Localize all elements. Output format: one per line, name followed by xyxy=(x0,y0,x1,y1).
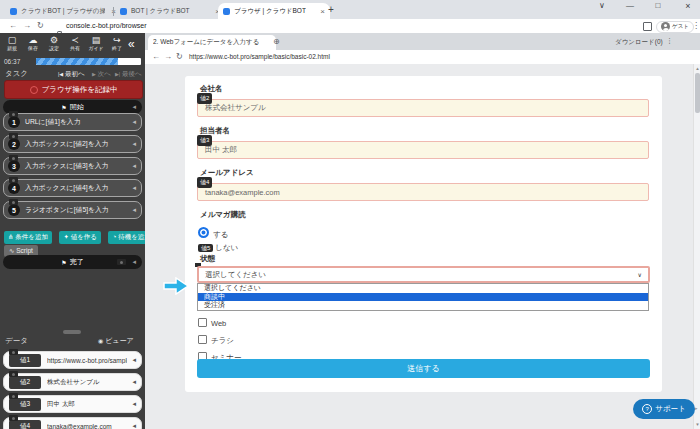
step-label: 入力ボックスに[値3]を入力 xyxy=(25,161,108,171)
inner-address-bar: ← → ↻ https://www.c-bot.pro/sample/basic… xyxy=(145,50,700,65)
nav-first-button[interactable]: |◀ 最初へ xyxy=(58,70,85,79)
chevron-left-icon[interactable]: ◂ xyxy=(132,184,136,192)
support-button[interactable]: ? サポート xyxy=(633,399,695,419)
browser-tab-1[interactable]: クラウドBOT | ブラウザの操作を自動... × xyxy=(5,3,121,19)
dropdown-option-1[interactable]: 選択してください xyxy=(198,284,648,293)
reload-icon[interactable]: ↻ xyxy=(37,21,44,30)
chevron-left-icon[interactable]: ◂ xyxy=(132,378,136,386)
data-row-4[interactable]: 値4 tanaka@example.com ◂ xyxy=(3,417,142,429)
end-bar[interactable]: ⚑ 完了 ◂ xyxy=(3,255,142,269)
toolbar-settings-button[interactable]: ⚙ 設定 xyxy=(44,35,64,52)
nav-last-button[interactable]: ▶| 最後へ xyxy=(115,70,142,79)
cloudbot-favicon xyxy=(223,8,230,15)
company-name-input[interactable]: 株式会社サンプル xyxy=(197,99,649,117)
chevron-left-icon[interactable]: ◂ xyxy=(132,140,136,148)
cloudbot-favicon xyxy=(10,8,17,15)
inner-menu-icon[interactable]: ⋮ xyxy=(666,37,673,45)
side-panel-icon[interactable] xyxy=(643,22,652,31)
submit-label: 送信する xyxy=(407,363,439,374)
forward-icon[interactable]: → xyxy=(164,52,172,61)
window-chevron-icon[interactable]: ∨ xyxy=(594,1,610,10)
camera-icon xyxy=(9,393,18,399)
toolbar-new-button[interactable]: ▢ 新規 xyxy=(2,35,22,52)
toolbar-save-button[interactable]: ☁ 保存 xyxy=(23,35,43,52)
value-badge: 値2 xyxy=(197,93,212,104)
make-value-button[interactable]: ✦ 値を作る xyxy=(59,231,101,244)
toolbar-share-button[interactable]: ≺ 共有 xyxy=(65,35,85,52)
camera-icon[interactable] xyxy=(117,259,126,265)
viewer-button[interactable]: ◉ ビューア xyxy=(98,336,134,346)
step-card-1[interactable]: 1 URLに[値1]を入力 ◂ xyxy=(3,113,142,131)
app-window: クラウドBOT | ブラウザの操作を自動... × BOT | クラウドBOT … xyxy=(0,0,700,429)
email-input[interactable]: tanaka@example.com xyxy=(197,183,649,201)
start-bar[interactable]: ⚑ 開始 ◂ xyxy=(3,100,142,114)
checkbox-web[interactable]: Web xyxy=(198,312,226,330)
downloads-label[interactable]: ダウンロード(0) xyxy=(615,38,663,47)
toolbar-label: 共有 xyxy=(66,45,84,51)
step-number: 4 xyxy=(8,182,20,194)
url-text[interactable]: console.c-bot.pro/browser xyxy=(66,22,147,29)
scrollbar-thumb[interactable] xyxy=(695,73,700,113)
step-card-4[interactable]: 4 入力ボックスに[値4]を入力 ◂ xyxy=(3,179,142,197)
window-close-button[interactable]: × xyxy=(680,1,696,11)
inner-new-tab-icon[interactable]: ⊕ xyxy=(273,37,280,46)
back-icon[interactable]: ← xyxy=(152,52,160,61)
value-badge: 値5 xyxy=(198,244,213,252)
window-maximize-button[interactable]: □ xyxy=(650,1,666,10)
viewport-scrollbar[interactable]: ▲ ▼ xyxy=(693,64,700,429)
browser-tab-2[interactable]: BOT | クラウドBOT × xyxy=(115,3,225,19)
new-tab-button[interactable]: + xyxy=(328,4,334,15)
forward-icon[interactable]: → xyxy=(23,21,31,30)
select-label: 状態 xyxy=(200,254,215,264)
toolbar-exit-button[interactable]: ↪ 終了 xyxy=(107,35,127,52)
toolbar-guide-button[interactable]: ▤ ガイド xyxy=(86,35,106,52)
bot-cursor-arrow-icon xyxy=(163,277,189,295)
dropdown-option-2-highlighted[interactable]: 商談中 xyxy=(198,293,648,302)
inner-tab-title: 2. Webフォームにデータを入力する xyxy=(153,38,259,47)
chevron-left-icon[interactable]: ◂ xyxy=(132,162,136,170)
scroll-down-icon[interactable]: ▼ xyxy=(694,422,700,427)
record-button[interactable]: ブラウザ操作を記録中 xyxy=(4,80,143,99)
camera-icon xyxy=(9,155,18,161)
chevron-left-icon[interactable]: ◂ xyxy=(132,206,136,214)
value-badge: 値4 xyxy=(197,177,212,188)
status-select[interactable]: 選択してください ∨ xyxy=(197,266,650,283)
reload-icon[interactable]: ↻ xyxy=(176,52,183,61)
scroll-up-icon[interactable]: ▲ xyxy=(694,66,700,71)
back-icon[interactable]: ← xyxy=(9,21,17,30)
step-card-2[interactable]: 2 入力ボックスに[値2]を入力 ◂ xyxy=(3,135,142,153)
inner-tab[interactable]: 2. Webフォームにデータを入力する xyxy=(148,35,276,50)
browser-menu-icon[interactable]: ⋮ xyxy=(692,21,700,30)
record-label: ブラウザ操作を記録中 xyxy=(42,85,118,95)
panel-resize-handle[interactable] xyxy=(63,330,81,334)
step-card-3[interactable]: 3 入力ボックスに[値3]を入力 ◂ xyxy=(3,157,142,175)
browser-tab-3-active[interactable]: ブラウザ | クラウドBOT × xyxy=(218,3,330,19)
data-row-3[interactable]: 値3 田中 太郎 ◂ xyxy=(3,395,142,413)
checkbox-flyer[interactable]: チラシ xyxy=(198,329,234,347)
chevron-left-icon[interactable]: ◂ xyxy=(132,258,136,266)
script-icon: ∿ xyxy=(9,247,14,254)
make-value-label: 値を作る xyxy=(71,233,97,240)
inner-url-text[interactable]: https://www.c-bot.pro/sample/basic/basic… xyxy=(189,53,330,60)
chevron-left-icon[interactable]: ◂ xyxy=(132,422,136,429)
nav-next-icon: ▶ xyxy=(92,71,96,77)
chevron-left-icon[interactable]: ◂ xyxy=(132,118,136,126)
cloudbot-favicon xyxy=(120,8,127,15)
tab-close-icon[interactable]: × xyxy=(316,7,325,16)
profile-chip[interactable]: ゲスト xyxy=(656,21,694,33)
contact-name-input[interactable]: 田中 太郎 xyxy=(197,141,649,159)
tab-title: クラウドBOT | ブラウザの操作を自動... xyxy=(21,7,105,16)
radio-option-no[interactable]: 値5しない xyxy=(198,236,238,254)
chevron-left-icon[interactable]: ◂ xyxy=(132,356,136,364)
nav-next-button[interactable]: ▶ 次へ xyxy=(92,70,111,79)
data-row-1[interactable]: 値1 https://www.c-bot.pro/sample/b ◂ xyxy=(3,351,142,369)
tab-separator xyxy=(113,7,114,16)
chevron-left-icon[interactable]: ◂ xyxy=(132,103,136,111)
collapse-sidebar-icon[interactable]: « xyxy=(128,37,135,51)
step-card-5[interactable]: 5 ラジオボタンに[値5]を入力 ◂ xyxy=(3,201,142,219)
submit-button[interactable]: 送信する xyxy=(197,359,650,378)
dropdown-option-3[interactable]: 受注済 xyxy=(198,301,648,310)
data-row-2[interactable]: 値2 株式会社サンプル ◂ xyxy=(3,373,142,391)
chevron-left-icon[interactable]: ◂ xyxy=(132,400,136,408)
window-minimize-button[interactable]: — xyxy=(622,1,638,10)
